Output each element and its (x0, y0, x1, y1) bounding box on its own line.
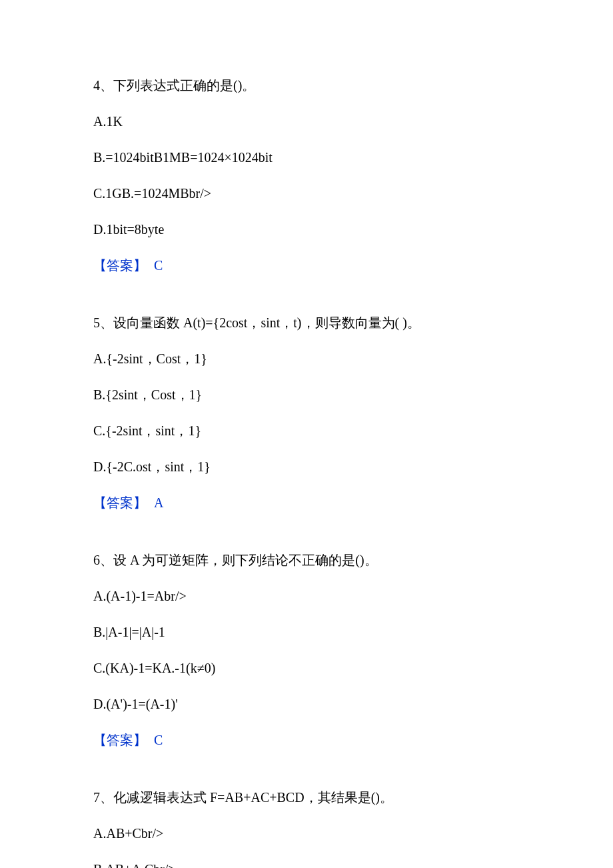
answer-line: 【答案】 A (93, 493, 520, 512)
question-stem: 5、设向量函数 A(t)={2cost，sint，t)，则导数向量为( )。 (93, 313, 520, 332)
answer-label: 【答案】 (93, 495, 147, 510)
option-d: D.1bit=8byte (93, 220, 520, 239)
question-block: 5、设向量函数 A(t)={2cost，sint，t)，则导数向量为( )。 A… (93, 313, 520, 512)
option-a: A.{-2sint，Cost，1} (93, 349, 520, 368)
option-d: D.(A')-1=(A-1)' (93, 695, 520, 713)
option-a: A.AB+Cbr/> (93, 824, 520, 843)
option-b: B.{2sint，Cost，1} (93, 385, 520, 404)
question-block: 6、设 A 为可逆矩阵，则下列结论不正确的是()。 A.(A-1)-1=Abr/… (93, 551, 520, 749)
option-c: C.(KA)-1=KA.-1(k≠0) (93, 659, 520, 677)
answer-line: 【答案】 C (93, 731, 520, 749)
question-stem: 6、设 A 为可逆矩阵，则下列结论不正确的是()。 (93, 551, 520, 569)
answer-value: C (154, 258, 163, 273)
option-b: B.|A-1|=|A|-1 (93, 623, 520, 641)
option-b: B.AB+A.Cbr/> (93, 860, 520, 868)
option-a: A.1K (93, 112, 520, 131)
answer-label: 【答案】 (93, 733, 147, 747)
option-a: A.(A-1)-1=Abr/> (93, 587, 520, 605)
option-d: D.{-2C.ost，sint，1} (93, 457, 520, 476)
answer-line: 【答案】 C (93, 256, 520, 275)
exam-page: 4、下列表达式正确的是()。 A.1K B.=1024bitB1MB=1024×… (0, 0, 613, 868)
question-block: 4、下列表达式正确的是()。 A.1K B.=1024bitB1MB=1024×… (93, 76, 520, 275)
question-stem: 7、化减逻辑表达式 F=AB+AC+BCD，其结果是()。 (93, 788, 520, 807)
question-stem: 4、下列表达式正确的是()。 (93, 76, 520, 95)
answer-value: A (154, 495, 163, 510)
answer-value: C (154, 733, 163, 747)
option-c: C.1GB.=1024MBbr/> (93, 184, 520, 203)
option-b: B.=1024bitB1MB=1024×1024bit (93, 148, 520, 167)
answer-label: 【答案】 (93, 258, 147, 273)
option-c: C.{-2sint，sint，1} (93, 421, 520, 440)
question-block: 7、化减逻辑表达式 F=AB+AC+BCD，其结果是()。 A.AB+Cbr/>… (93, 788, 520, 868)
